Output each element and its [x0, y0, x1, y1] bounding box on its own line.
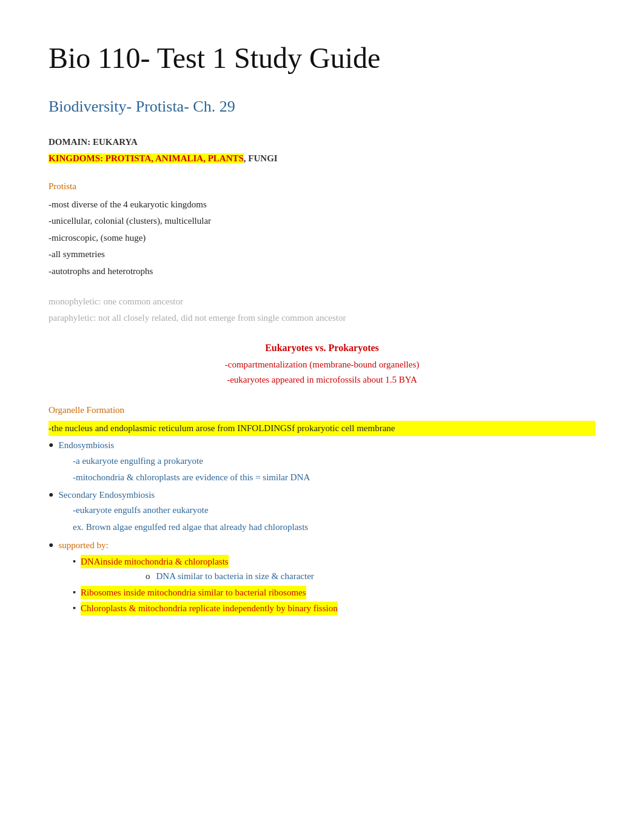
endosymbiosis-label: Endosymbiosis [58, 438, 114, 452]
secondary-bullet-symbol: ● [49, 488, 53, 501]
supported-label: supported by: [58, 538, 108, 552]
monophyletic-line: monophyletic: one common ancestor [49, 293, 595, 310]
dna-label: DNAinside mitochondria & chloroplasts [81, 555, 229, 569]
secondary-label: Secondary Endosymbiosis [58, 488, 155, 502]
page-title: Bio 110- Test 1 Study Guide [49, 36, 595, 80]
dna-bullet-item: ▪ DNAinside mitochondria & chloroplasts … [73, 555, 595, 583]
supported-bullet-symbol: ● [49, 538, 53, 551]
ribo-bullet-item: ▪ Ribosomes inside mitochondria similar … [73, 586, 595, 600]
organelle-highlighted: -the nucleus and endoplasmic reticulum a… [49, 421, 595, 437]
chloro-bullet-item: ▪ Chloroplasts & mitochondria replicate … [73, 602, 595, 615]
kingdoms-rest: , FUNGI [244, 153, 278, 163]
eukaryotes-sub2: -eukaryotes appeared in microfossils abo… [49, 373, 595, 387]
ribo-bullet-symbol: ▪ [73, 586, 76, 599]
supported-item: ● supported by: [49, 538, 595, 552]
eukaryotes-title: Eukaryotes vs. Prokaryotes [49, 341, 595, 355]
protista-bullet-1: -most diverse of the 4 eukaryotic kingdo… [49, 197, 595, 213]
dna-sub-text: DNA similar to bacteria in size & charac… [156, 569, 314, 583]
ribo-label: Ribosomes inside mitochondria similar to… [81, 586, 306, 600]
protista-bullet-4: -all symmetries [49, 247, 595, 263]
protista-label: Protista [49, 179, 595, 193]
endosymbiosis-sub1: -a eukaryote engulfing a prokaryote [73, 454, 595, 469]
chloro-bullet-symbol: ▪ [73, 602, 76, 614]
secondary-sub2: ex. Brown algae engulfed red algae that … [73, 520, 595, 535]
paraphyletic-line: paraphyletic: not all closely related, d… [49, 310, 595, 326]
fission-label: binary fission [288, 603, 338, 613]
secondary-sub1: -eukaryote engulfs another eukaryote [73, 503, 595, 518]
endosymbiosis-sub2: -mitochondria & chloroplasts are evidenc… [73, 470, 595, 486]
endosymbiosis-bullet-symbol: ● [49, 438, 53, 451]
dna-o-symbol: o [146, 569, 150, 583]
protista-bullet-5: -autotrophs and heterotrophs [49, 264, 595, 280]
kingdoms-line: KINGDOMS: PROTISTA, ANIMALIA, PLANTS, FU… [49, 152, 595, 166]
protista-bullet-2: -unicellular, colonial (clusters), multi… [49, 213, 595, 229]
eukaryotes-sub1: -compartmentalization (membrane-bound or… [49, 358, 595, 372]
secondary-item: ● Secondary Endosymbiosis [49, 488, 595, 502]
endosymbiosis-item: ● Endosymbiosis [49, 438, 595, 452]
kingdoms-highlighted: KINGDOMS: PROTISTA, ANIMALIA, PLANTS [49, 153, 244, 163]
protista-bullet-3: -microscopic, (some huge) [49, 230, 595, 246]
section-heading: Biodiversity- Protista- Ch. 29 [49, 95, 595, 118]
dna-sub-item: o DNA similar to bacteria in size & char… [146, 569, 595, 583]
organelle-label: Organelle Formation [49, 403, 595, 417]
domain-line: DOMAIN: EUKARYA [49, 135, 595, 149]
dna-bullet-symbol: ▪ [73, 555, 76, 568]
chloro-label: Chloroplasts & mitochondria replicate in… [81, 602, 338, 615]
